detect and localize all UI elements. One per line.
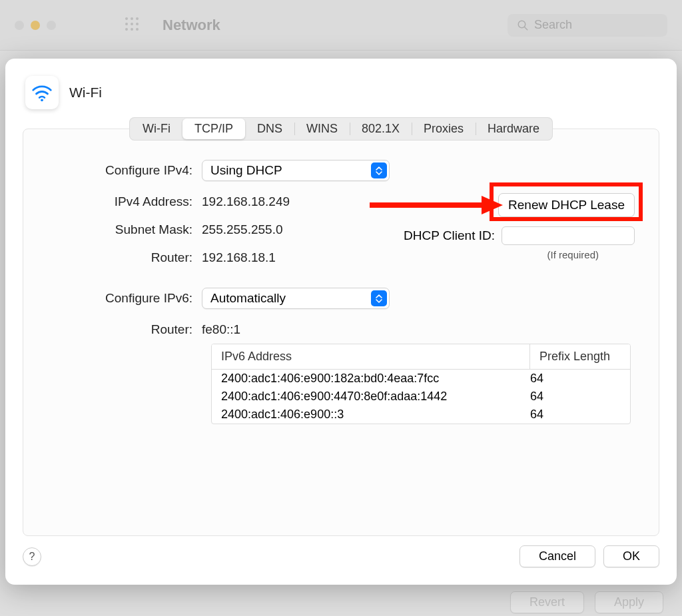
svg-line-10 (524, 27, 527, 30)
svg-point-3 (125, 23, 128, 25)
ipv4-address-value: 192.168.18.249 (202, 194, 290, 209)
show-all-icon[interactable] (124, 16, 140, 35)
tab-hardware[interactable]: Hardware (476, 119, 551, 139)
svg-point-0 (125, 17, 128, 20)
svg-point-6 (125, 28, 128, 31)
tab-wifi[interactable]: Wi-Fi (131, 119, 182, 139)
tab-bar: Wi-Fi TCP/IP DNS WINS 802.1X Proxies Har… (23, 117, 659, 141)
ipv4-router-label: Router: (49, 250, 202, 265)
svg-point-2 (136, 17, 139, 20)
ipv6-col-address[interactable]: IPv6 Address (212, 344, 530, 369)
dhcp-client-id-input[interactable] (502, 226, 635, 245)
if-required-hint: (If required) (547, 249, 599, 260)
zoom-icon[interactable] (47, 21, 56, 30)
tab-8021x[interactable]: 802.1X (350, 119, 412, 139)
chevron-up-down-icon (371, 162, 387, 178)
table-row[interactable]: 2400:adc1:406:e900::3 64 (212, 406, 630, 424)
sheet-title: Wi-Fi (69, 85, 102, 101)
svg-point-7 (131, 28, 133, 31)
svg-point-4 (131, 23, 133, 25)
help-button[interactable]: ? (23, 547, 41, 566)
svg-point-11 (41, 99, 43, 101)
dhcp-client-id-label: DHCP Client ID: (404, 228, 495, 243)
background-buttons: Revert Apply (510, 591, 663, 613)
configure-ipv6-select[interactable]: Automatically (202, 288, 390, 309)
svg-point-5 (136, 23, 139, 25)
minimize-icon[interactable] (31, 21, 40, 30)
ipv4-router-value: 192.168.18.1 (202, 250, 276, 265)
titlebar: Network Search (0, 0, 682, 51)
ipv6-router-label: Router: (49, 322, 202, 337)
tab-proxies[interactable]: Proxies (412, 119, 476, 139)
wifi-icon (25, 76, 59, 109)
search-placeholder: Search (534, 18, 572, 32)
table-row[interactable]: 2400:adc1:406:e900:182a:bd0:4eaa:7fcc 64 (212, 370, 630, 388)
tcpip-panel: Configure IPv4: Using DHCP IPv4 Address:… (23, 129, 659, 536)
tab-wins[interactable]: WINS (294, 119, 350, 139)
subnet-mask-label: Subnet Mask: (49, 222, 202, 237)
ipv4-address-label: IPv4 Address: (49, 194, 202, 209)
chevron-up-down-icon (371, 290, 387, 306)
renew-dhcp-lease-button[interactable]: Renew DHCP Lease (498, 193, 635, 217)
nav-arrows (88, 19, 103, 31)
configure-ipv4-select[interactable]: Using DHCP (202, 160, 390, 181)
ipv6-address-table: IPv6 Address Prefix Length 2400:adc1:406… (211, 344, 631, 424)
configure-ipv6-label: Configure IPv6: (49, 291, 202, 306)
ipv6-col-prefix[interactable]: Prefix Length (530, 344, 630, 369)
revert-button[interactable]: Revert (510, 591, 584, 613)
window-title: Network (163, 17, 220, 34)
ok-button[interactable]: OK (603, 545, 659, 567)
search-input[interactable]: Search (508, 14, 667, 37)
configure-ipv6-value: Automatically (210, 291, 286, 306)
svg-point-1 (131, 17, 133, 20)
configure-ipv4-label: Configure IPv4: (49, 163, 202, 178)
cancel-button[interactable]: Cancel (519, 545, 595, 567)
tab-dns[interactable]: DNS (245, 119, 294, 139)
subnet-mask-value: 255.255.255.0 (202, 222, 283, 237)
traffic-lights (15, 21, 56, 30)
close-icon[interactable] (15, 21, 24, 30)
table-row[interactable]: 2400:adc1:406:e900:4470:8e0f:adaa:1442 6… (212, 388, 630, 406)
configure-ipv4-value: Using DHCP (210, 163, 282, 178)
svg-point-8 (136, 28, 139, 31)
network-advanced-sheet: Wi-Fi Wi-Fi TCP/IP DNS WINS 802.1X Proxi… (5, 59, 677, 585)
search-icon (517, 19, 529, 31)
apply-button[interactable]: Apply (595, 591, 663, 613)
ipv6-router-value: fe80::1 (202, 322, 240, 337)
tab-tcpip[interactable]: TCP/IP (182, 119, 245, 139)
